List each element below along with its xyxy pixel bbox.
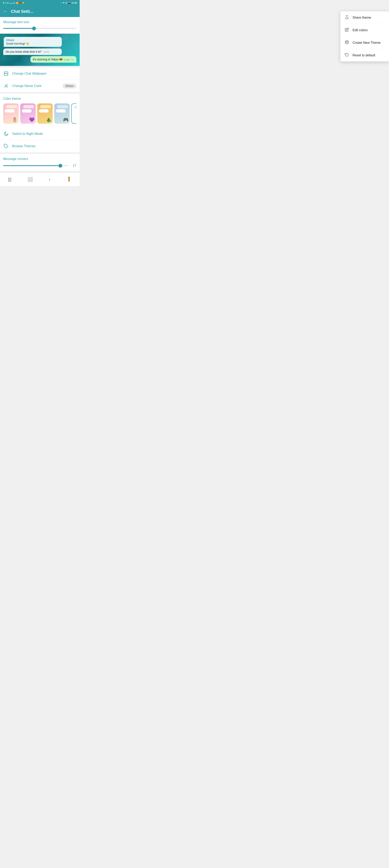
namecolor-icon bbox=[3, 83, 9, 89]
message-corners-section: Message corners 17 bbox=[0, 154, 79, 171]
nav-menu-icon[interactable]: 🧍 bbox=[65, 175, 73, 184]
theme-card-4[interactable]: 🎮 bbox=[54, 103, 70, 124]
settings-item-namecolor[interactable]: Change Name Color Elham bbox=[0, 80, 79, 92]
wallpaper-label: Change Chat Wallpaper bbox=[12, 72, 76, 75]
received-time: 10:51 bbox=[43, 51, 49, 53]
nav-recent-icon[interactable]: ||| bbox=[6, 175, 13, 184]
sent-text: It's morning in Tokyo 😎 bbox=[33, 58, 63, 61]
sent-message: It's morning in Tokyo 😎 11:06 ✓✓ bbox=[30, 56, 76, 63]
sent-message-wrap: It's morning in Tokyo 😎 11:06 ✓✓ bbox=[3, 56, 76, 63]
status-left: 🔋 ۴۸درصد 4G 📶 🔇 🔑 bbox=[2, 2, 24, 4]
nav-home-icon[interactable]: ⬜ bbox=[26, 175, 34, 184]
theme-card-2[interactable]: 💜 bbox=[20, 103, 36, 124]
status-right: • ✕ ⊙ 📷 11:51 bbox=[61, 2, 77, 4]
corners-value: 17 bbox=[71, 164, 76, 167]
theme-bubble-bottom-3 bbox=[39, 109, 48, 113]
message-sender-name: Elham bbox=[6, 38, 59, 41]
theme-card-3[interactable]: 🎄 bbox=[37, 103, 53, 124]
theme-emoji-2: 💜 bbox=[29, 117, 34, 122]
namecolor-badge: Elham bbox=[63, 84, 76, 88]
signal-icon: 📶 bbox=[16, 2, 18, 4]
corners-thumb[interactable] bbox=[59, 164, 62, 167]
x-icon: ✕ bbox=[63, 2, 64, 4]
received-message-1: Elham Good morning! 👋 bbox=[3, 37, 62, 47]
status-bar: 🔋 ۴۸درصد 4G 📶 🔇 🔑 • ✕ ⊙ 📷 11:51 bbox=[0, 0, 79, 6]
nightmode-label: Switch to Night Mode bbox=[12, 132, 76, 136]
theme-card-1[interactable]: 🌷 bbox=[3, 103, 19, 124]
slider-track bbox=[3, 28, 76, 29]
theme-bubble-bottom-1 bbox=[5, 109, 14, 113]
theme-bubble-top-1 bbox=[6, 105, 17, 108]
received-text-1: Good morning! 👋 bbox=[6, 42, 59, 45]
status-left-text: ۴۸درصد 4G bbox=[5, 2, 15, 4]
browsethemes-label: Browse Themes bbox=[12, 144, 76, 148]
battery-icon: 🔋 bbox=[2, 2, 5, 4]
settings-list: Change Chat Wallpaper Change Name Color … bbox=[0, 67, 79, 92]
theme-bubble-top-2 bbox=[23, 105, 34, 108]
color-theme-title: Color theme bbox=[3, 97, 76, 100]
theme-bubble-bottom-2 bbox=[22, 109, 32, 113]
extra-settings: Switch to Night Mode Browse Themes bbox=[0, 128, 79, 152]
sent-time: 11:06 bbox=[63, 59, 69, 61]
message-corners-title: Message corners bbox=[3, 157, 76, 161]
dot-icon: • bbox=[61, 2, 62, 4]
theme-bubble-top-3 bbox=[40, 105, 51, 108]
nightmode-icon bbox=[3, 131, 9, 137]
slider-fill bbox=[3, 28, 34, 29]
settings-item-nightmode[interactable]: Switch to Night Mode bbox=[0, 128, 79, 140]
key-icon: 🔑 bbox=[22, 2, 24, 4]
nav-back-icon[interactable]: › bbox=[47, 175, 52, 184]
corners-slider[interactable] bbox=[3, 164, 68, 168]
message-text-size-label: Message text size bbox=[3, 20, 76, 24]
theme-bubble-bottom-4 bbox=[56, 109, 66, 113]
svg-point-1 bbox=[5, 85, 7, 86]
bottom-nav: ||| ⬜ › 🧍 bbox=[0, 173, 79, 186]
power-icon: ⊙ bbox=[65, 2, 67, 4]
browsethemes-icon bbox=[3, 143, 9, 149]
settings-item-browsethemes[interactable]: Browse Themes bbox=[0, 140, 79, 152]
received-message-2: Do you know what time it is? 10:51 bbox=[3, 49, 62, 55]
text-size-slider[interactable] bbox=[3, 26, 76, 30]
theme-emoji-4: 🎮 bbox=[63, 117, 68, 122]
corners-fill bbox=[3, 165, 60, 166]
settings-item-wallpaper[interactable]: Change Chat Wallpaper bbox=[0, 67, 79, 80]
theme-bubble-top-4 bbox=[57, 105, 68, 108]
theme-emoji-3: 🎄 bbox=[46, 117, 52, 122]
back-button[interactable]: ← bbox=[3, 9, 8, 14]
page-title: Chat Setti... bbox=[11, 9, 33, 14]
photo-icon: 📷 bbox=[68, 2, 71, 4]
chat-preview: Elham Good morning! 👋 Do you know what t… bbox=[0, 34, 79, 66]
theme-card-5[interactable]: 🎨 bbox=[71, 103, 76, 124]
corners-track bbox=[3, 165, 68, 166]
theme-bubble-top-5 bbox=[74, 105, 76, 109]
message-text-size-section: Message text size bbox=[0, 17, 79, 34]
app-header: ← Chat Setti... bbox=[0, 6, 79, 17]
theme-grid: 🌷 💜 🎄 🎮 🎨 bbox=[3, 103, 76, 124]
double-check-icon: ✓✓ bbox=[70, 58, 74, 61]
theme-emoji-1: 🌷 bbox=[12, 117, 18, 122]
wallpaper-icon bbox=[3, 71, 9, 76]
color-theme-section: Color theme 🌷 💜 🎄 🎮 🎨 bbox=[0, 94, 79, 128]
corners-slider-row: 17 bbox=[3, 164, 76, 168]
time-display: 11:51 bbox=[71, 2, 77, 4]
slider-thumb[interactable] bbox=[32, 27, 36, 30]
received-text-2: Do you know what time it is? bbox=[6, 50, 41, 53]
mute-icon: 🔇 bbox=[19, 2, 21, 4]
namecolor-label: Change Name Color bbox=[12, 84, 63, 88]
